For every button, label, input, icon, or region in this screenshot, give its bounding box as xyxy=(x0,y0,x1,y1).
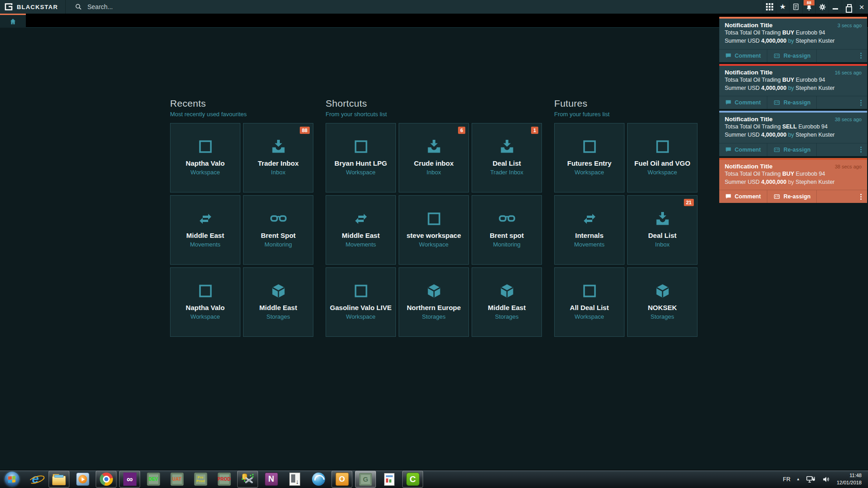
report-button[interactable] xyxy=(379,471,400,488)
search-input[interactable]: Search... xyxy=(66,0,202,14)
env-preprod-button[interactable]: Pre Prod xyxy=(190,471,211,488)
env-dev-button[interactable]: DEV xyxy=(143,471,164,488)
comment-button[interactable]: Comment xyxy=(719,190,767,203)
env-prod-icon: PROD xyxy=(218,473,231,486)
comment-button[interactable]: Comment xyxy=(719,96,767,109)
tile-brent-spot[interactable]: Brent Spot Monitoring xyxy=(243,195,313,265)
settings-button[interactable] xyxy=(815,0,829,14)
reassign-button[interactable]: Re-assign xyxy=(767,143,817,156)
chrome-button[interactable] xyxy=(96,471,117,488)
more-options-button[interactable] xyxy=(854,143,867,156)
windows-explorer-button[interactable] xyxy=(49,471,69,488)
tile-deal-list-trader-inbox[interactable]: 1 Deal List Trader Inbox xyxy=(472,123,542,192)
tile-futures-entry[interactable]: Futures Entry Workspace xyxy=(554,123,624,192)
tile-trader-inbox[interactable]: 88 Trader Inbox Inbox xyxy=(243,123,313,192)
tile-title: Bryan Hunt LPG xyxy=(333,160,389,168)
tile-middle-east-storages[interactable]: Middle East Storages xyxy=(472,267,542,337)
tile-subtitle: Storages xyxy=(422,313,445,320)
env-prod-button[interactable]: PROD xyxy=(214,471,234,488)
notification-body: Notification Title 38 secs ago Totsa Tot… xyxy=(719,160,867,190)
notification-card-highlighted[interactable]: Notification Title 38 secs ago Totsa Tot… xyxy=(719,158,867,203)
outlook-button[interactable]: O xyxy=(332,471,352,488)
section-subtitle: From your shortcuts list xyxy=(326,111,542,118)
notification-card[interactable]: Notification Title 3 secs ago Totsa Tota… xyxy=(719,17,867,62)
tile-naptha-valo-2[interactable]: Naptha Valo Workspace xyxy=(170,267,240,337)
deployment-doc-button[interactable]: ↓ xyxy=(284,471,305,488)
media-player-button[interactable] xyxy=(72,471,93,488)
tile-subtitle: Inbox xyxy=(427,169,441,176)
admin-tools-button[interactable] xyxy=(237,471,258,488)
language-indicator[interactable]: FR xyxy=(783,476,790,483)
tile-title: Crude inbox xyxy=(412,160,456,168)
apps-grid-button[interactable] xyxy=(763,0,776,14)
reassign-button[interactable]: Re-assign xyxy=(767,190,817,203)
tile-all-deal-list[interactable]: All Deal List Workspace xyxy=(554,267,624,337)
notification-line1: Totsa Total Oil Trading BUY Eurobob 94 xyxy=(725,76,862,84)
tile-crude-inbox[interactable]: 6 Crude inbox Inbox xyxy=(399,123,469,192)
visual-studio-button[interactable]: ∞ xyxy=(119,471,140,488)
reassign-icon xyxy=(773,99,780,106)
tile-deal-list-inbox[interactable]: 21 Deal List Inbox xyxy=(627,195,697,265)
tile-middle-east-movements[interactable]: Middle East Movements xyxy=(326,195,396,265)
tile-noksek-storages[interactable]: NOKSEK Storages xyxy=(627,267,697,337)
show-hidden-icons-button[interactable]: ▲ xyxy=(796,477,800,481)
tile-bryan-hunt-lpg[interactable]: Bryan Hunt LPG Workspace xyxy=(326,123,396,192)
restore-icon xyxy=(847,4,852,9)
tile-gasoline-valo-live[interactable]: Gasoline Valo LIVE Workspace xyxy=(326,267,396,337)
tile-title: Middle East xyxy=(486,304,527,312)
blackstar-app-button[interactable]: G xyxy=(355,471,376,488)
notification-card[interactable]: Notification Title 16 secs ago Totsa Tot… xyxy=(719,64,867,109)
windows-taskbar: e ∞ DEV UAT Pre Prod PROD N ↓ xyxy=(0,470,868,488)
tile-subtitle: Workspace xyxy=(648,169,677,176)
comment-button[interactable]: Comment xyxy=(719,143,767,156)
start-button[interactable] xyxy=(1,471,22,488)
notifications-button[interactable]: 88 xyxy=(802,0,815,14)
reassign-button[interactable]: Re-assign xyxy=(767,96,817,109)
topbar-actions: ★ 88 xyxy=(763,0,868,14)
tile-title: steve workspace xyxy=(405,232,463,240)
movements-icon xyxy=(353,210,369,227)
notifications-count-badge: 88 xyxy=(804,0,814,5)
more-options-button[interactable] xyxy=(854,190,867,203)
tile-northern-europe-storages[interactable]: Northern Europe Storages xyxy=(399,267,469,337)
inbox-icon xyxy=(499,138,515,155)
tile-middle-east-storages[interactable]: Middle East Storages xyxy=(243,267,313,337)
tile-brent-spot[interactable]: Brent spot Monitoring xyxy=(472,195,542,265)
camtasia-button[interactable]: C xyxy=(402,471,423,488)
more-options-button[interactable] xyxy=(854,49,867,62)
reassign-icon xyxy=(773,193,780,200)
tile-title: Middle East xyxy=(258,304,299,312)
search-placeholder: Search... xyxy=(88,3,113,10)
notification-body: Notification Title 38 secs ago Totsa Tot… xyxy=(719,113,867,143)
tile-subtitle: Monitoring xyxy=(264,241,292,248)
onenote-button[interactable]: N xyxy=(261,471,282,488)
minimize-button[interactable] xyxy=(829,0,842,14)
restore-button[interactable] xyxy=(842,0,855,14)
tile-title: Naptha Valo xyxy=(184,160,227,168)
tile-naptha-valo[interactable]: Naptha Valo Workspace xyxy=(170,123,240,192)
tile-middle-east-movements[interactable]: Middle East Movements xyxy=(170,195,240,265)
notification-time: 3 secs ago xyxy=(838,23,862,28)
volume-icon[interactable] xyxy=(822,475,831,483)
reassign-button[interactable]: Re-assign xyxy=(767,49,817,62)
notification-card[interactable]: Notification Title 38 secs ago Totsa Tot… xyxy=(719,111,867,156)
env-uat-button[interactable]: UAT xyxy=(166,471,187,488)
tile-internals-movements[interactable]: Internals Movements xyxy=(554,195,624,265)
close-button[interactable]: × xyxy=(855,0,868,14)
tile-fuel-oil-and-vgo[interactable]: Fuel Oil and VGO Workspace xyxy=(627,123,697,192)
internet-explorer-icon: e xyxy=(32,472,39,486)
clock[interactable]: 11:48 12/01/2018 xyxy=(837,472,862,487)
workspace-icon xyxy=(654,138,671,155)
notification-footer: Comment Re-assign xyxy=(719,190,867,203)
home-icon xyxy=(9,18,17,25)
network-icon[interactable] xyxy=(806,475,816,483)
comment-button[interactable]: Comment xyxy=(719,49,767,62)
tile-steve-workspace[interactable]: steve workspace Workspace xyxy=(399,195,469,265)
more-options-button[interactable] xyxy=(854,96,867,109)
lync-button[interactable] xyxy=(308,471,329,488)
internet-explorer-button[interactable]: e xyxy=(25,471,46,488)
log-button[interactable] xyxy=(789,0,802,14)
favourites-button[interactable]: ★ xyxy=(776,0,789,14)
tab-home[interactable] xyxy=(0,14,26,28)
clock-date: 12/01/2018 xyxy=(837,479,862,487)
